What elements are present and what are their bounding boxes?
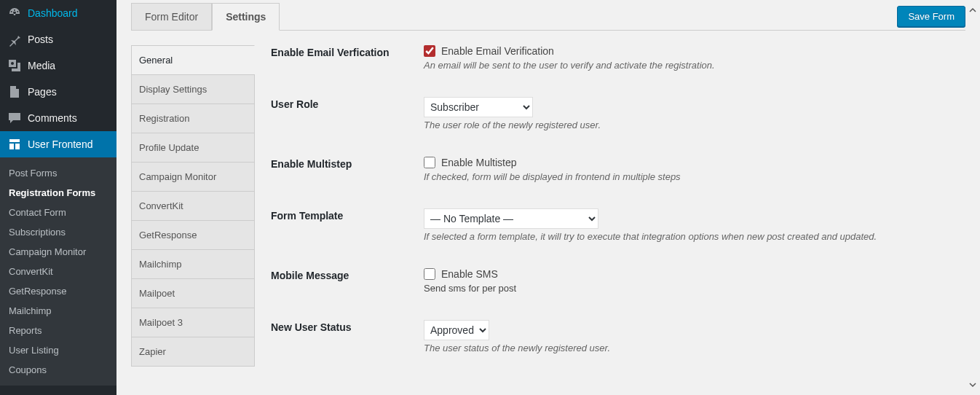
multistep-desc: If checked, form will be displayed in fr…	[424, 171, 951, 182]
form-template-desc: If selected a form template, it will try…	[424, 231, 951, 242]
enable-sms-checkbox-row[interactable]: Enable SMS	[424, 268, 951, 280]
sub-reports[interactable]: Reports	[0, 321, 116, 340]
settings-nav-registration[interactable]: Registration	[131, 103, 255, 133]
save-form-button[interactable]: Save Form	[897, 6, 965, 27]
sidebar-item-pages[interactable]: Pages	[0, 79, 116, 105]
multistep-checkbox-label: Enable Multistep	[441, 157, 517, 168]
sidebar-item-media[interactable]: Media	[0, 52, 116, 79]
settings-nav-mailpoet3[interactable]: Mailpoet 3	[131, 308, 255, 337]
scroll-down-icon[interactable]	[967, 379, 979, 391]
sidebar-label: Posts	[28, 33, 53, 46]
form-template-select[interactable]: — No Template —	[424, 208, 598, 229]
sidebar-item-comments[interactable]: Comments	[0, 105, 116, 131]
form-template-label: Form Template	[271, 208, 424, 222]
sidebar-label: User Frontend	[28, 138, 92, 151]
sidebar-item-dashboard[interactable]: Dashboard	[0, 0, 116, 26]
tabs-row: Form Editor Settings Save Form	[131, 3, 965, 31]
pin-icon	[7, 32, 22, 47]
sub-coupons[interactable]: Coupons	[0, 360, 116, 380]
main-content: Form Editor Settings Save Form General D…	[116, 0, 980, 395]
sidebar-submenu: Post Forms Registration Forms Contact Fo…	[0, 157, 116, 386]
sidebar-label: Comments	[28, 112, 77, 125]
tab-form-editor[interactable]: Form Editor	[131, 3, 212, 30]
multistep-label: Enable Multistep	[271, 157, 424, 170]
mobile-message-desc: Send sms for per post	[424, 283, 951, 294]
sub-subscriptions[interactable]: Subscriptions	[0, 222, 116, 242]
email-verification-desc: An email will be sent to the user to ver…	[424, 60, 951, 71]
settings-nav-display[interactable]: Display Settings	[131, 74, 255, 104]
settings-nav-zapier[interactable]: Zapier	[131, 337, 255, 367]
sub-contact-form[interactable]: Contact Form	[0, 203, 116, 222]
sidebar-label: Pages	[28, 85, 57, 98]
user-role-desc: The user role of the newly registered us…	[424, 120, 951, 130]
scroll-up-icon[interactable]	[967, 4, 979, 16]
sub-mailchimp[interactable]: Mailchimp	[0, 301, 116, 321]
settings-nav-general[interactable]: General	[131, 45, 255, 75]
user-status-label: New User Status	[271, 320, 424, 333]
user-frontend-icon	[7, 137, 22, 152]
mobile-message-label: Mobile Message	[271, 268, 424, 281]
sidebar-item-posts[interactable]: Posts	[0, 26, 116, 52]
multistep-checkbox-row[interactable]: Enable Multistep	[424, 157, 951, 168]
settings-nav: General Display Settings Registration Pr…	[131, 45, 255, 380]
email-verification-label: Enable Email Verfication	[271, 45, 424, 58]
sub-getresponse[interactable]: GetResponse	[0, 281, 116, 301]
user-role-label: User Role	[271, 97, 424, 110]
dashboard-icon	[7, 6, 22, 20]
sub-campaign-monitor[interactable]: Campaign Monitor	[0, 242, 116, 262]
email-verification-checkbox-label: Enable Email Verification	[441, 45, 554, 57]
sub-registration-forms[interactable]: Registration Forms	[0, 183, 116, 203]
sidebar-label: Media	[28, 59, 55, 72]
settings-nav-mailchimp[interactable]: Mailchimp	[131, 249, 255, 279]
sub-post-forms[interactable]: Post Forms	[0, 163, 116, 183]
email-verification-checkbox-row[interactable]: Enable Email Verification	[424, 45, 951, 57]
user-role-select[interactable]: Subscriber	[424, 97, 533, 117]
settings-nav-convertkit[interactable]: ConvertKit	[131, 191, 255, 221]
settings-nav-profile-update[interactable]: Profile Update	[131, 133, 255, 163]
pages-icon	[7, 85, 22, 99]
tab-settings[interactable]: Settings	[212, 3, 280, 31]
sidebar-item-user-frontend[interactable]: User Frontend	[0, 131, 116, 157]
wp-admin-sidebar: Dashboard Posts Media Pages Comments Use…	[0, 0, 116, 395]
settings-form: Enable Email Verfication Enable Email Ve…	[255, 45, 965, 380]
sub-convertkit[interactable]: ConvertKit	[0, 262, 116, 281]
multistep-checkbox[interactable]	[424, 157, 435, 168]
user-status-desc: The user status of the newly registered …	[424, 343, 951, 353]
email-verification-checkbox[interactable]	[424, 45, 435, 57]
media-icon	[7, 58, 22, 73]
settings-nav-campaign-monitor[interactable]: Campaign Monitor	[131, 162, 255, 192]
settings-nav-getresponse[interactable]: GetResponse	[131, 220, 255, 250]
enable-sms-checkbox-label: Enable SMS	[441, 268, 498, 280]
enable-sms-checkbox[interactable]	[424, 268, 435, 280]
sub-user-listing[interactable]: User Listing	[0, 340, 116, 360]
user-status-select[interactable]: Approved	[424, 320, 489, 340]
settings-nav-mailpoet[interactable]: Mailpoet	[131, 278, 255, 308]
sidebar-label: Dashboard	[28, 7, 78, 20]
comments-icon	[7, 111, 22, 125]
